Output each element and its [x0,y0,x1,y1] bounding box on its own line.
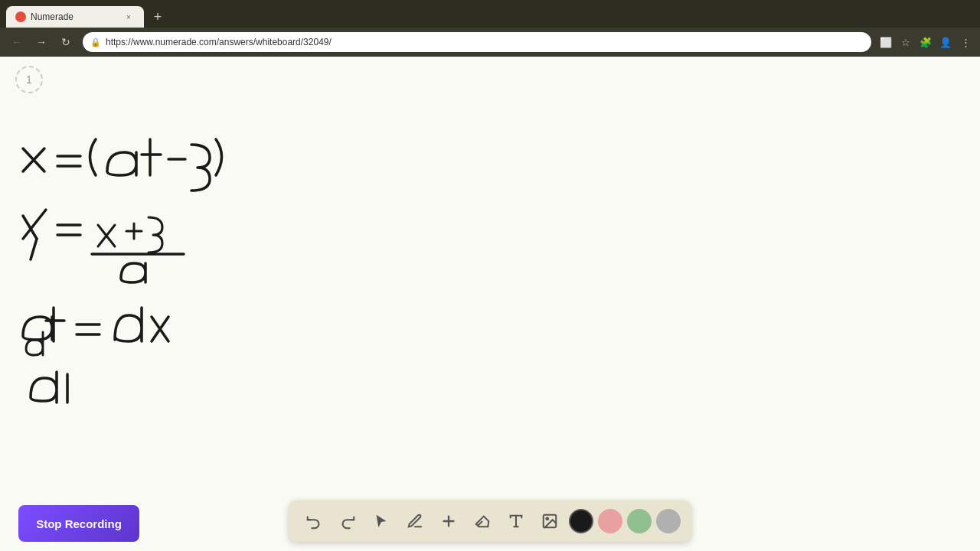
svg-point-0 [18,14,24,20]
select-tool-button[interactable] [367,507,396,536]
settings-icon[interactable]: ⋮ [957,34,974,51]
text-tool-button[interactable] [501,507,531,536]
pink-color-button[interactable] [598,509,622,533]
tab-close-button[interactable]: × [122,11,135,23]
add-button[interactable] [434,507,463,536]
screen-cast-icon[interactable]: ⬜ [877,34,894,51]
undo-button[interactable] [299,507,328,536]
browser-chrome: Numerade × + ← → ↻ 🔒 https://www.numerad… [0,0,980,57]
extensions-icon[interactable]: 🧩 [917,34,934,51]
black-color-button[interactable] [569,509,593,533]
math-content [8,103,467,455]
url-text: https://www.numerade.com/answers/whitebo… [106,37,864,47]
tab-bar: Numerade × + [0,0,980,28]
address-bar[interactable]: 🔒 https://www.numerade.com/answers/white… [83,32,871,52]
bookmark-icon[interactable]: ☆ [897,34,914,51]
tab-title: Numerade [31,11,74,22]
active-tab[interactable]: Numerade × [6,6,144,28]
security-lock-icon: 🔒 [90,37,101,47]
whiteboard-canvas[interactable] [0,57,980,551]
redo-button[interactable] [333,507,362,536]
stop-recording-button[interactable]: Stop Recording [18,505,139,542]
forward-button[interactable]: → [31,31,52,53]
green-color-button[interactable] [627,509,652,533]
gray-color-button[interactable] [656,509,681,533]
back-button[interactable]: ← [6,31,28,53]
profile-icon[interactable]: 👤 [937,34,954,51]
eraser-button[interactable] [468,507,497,536]
nav-bar: ← → ↻ 🔒 https://www.numerade.com/answers… [0,28,980,57]
bottom-toolbar [289,500,691,542]
image-tool-button[interactable] [535,507,564,536]
svg-point-21 [546,517,548,520]
nav-right-icons: ⬜ ☆ 🧩 👤 ⋮ [877,34,974,51]
new-tab-button[interactable]: + [147,6,168,28]
whiteboard-area: 1 [0,57,980,551]
tab-favicon [15,11,26,22]
pen-tool-button[interactable] [400,507,430,536]
refresh-button[interactable]: ↻ [55,31,77,53]
